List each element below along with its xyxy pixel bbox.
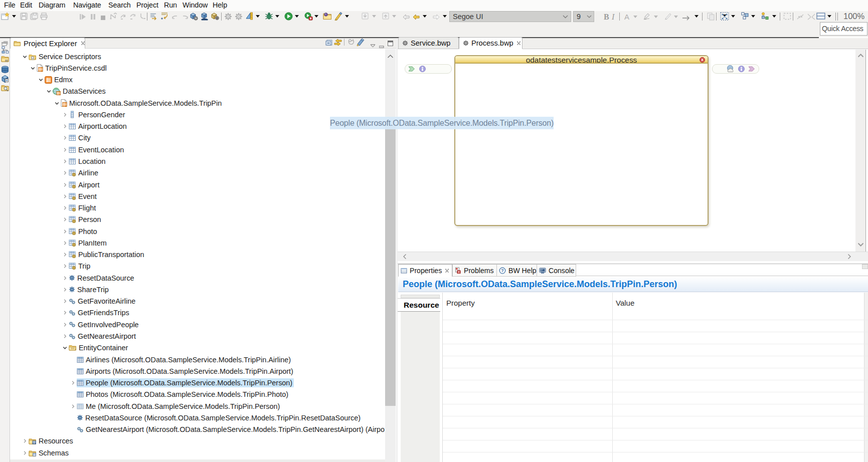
svg-text:?: ? <box>501 268 504 273</box>
